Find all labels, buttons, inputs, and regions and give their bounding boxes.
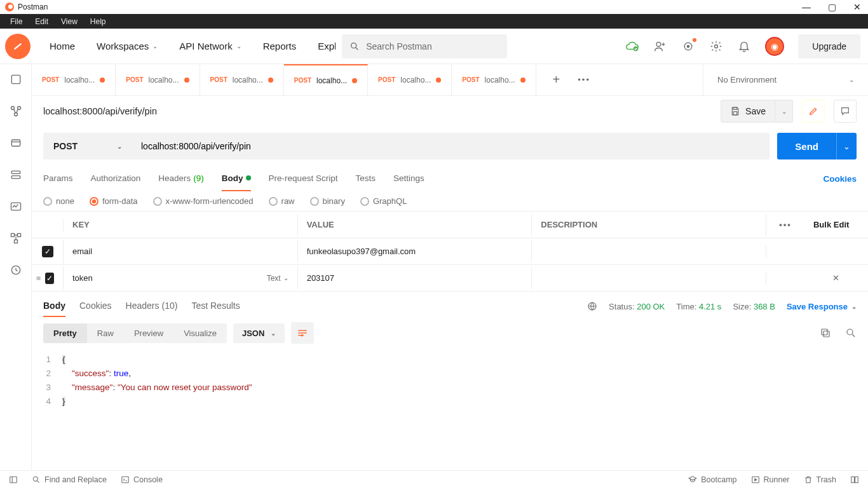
- desc-input[interactable]: [532, 272, 766, 285]
- nav-api-network[interactable]: API Network⌄: [172, 41, 248, 51]
- cookies-link[interactable]: Cookies: [823, 174, 857, 184]
- col-options-button[interactable]: •••: [766, 214, 804, 236]
- history-icon[interactable]: [10, 264, 22, 276]
- kv-row-0[interactable]: ✓ email funkeolasupo397@gmail.com: [32, 238, 868, 265]
- trash-button[interactable]: Trash: [804, 475, 837, 484]
- url-input[interactable]: [132, 133, 770, 159]
- desc-input[interactable]: [532, 245, 766, 258]
- checkbox-icon[interactable]: ✓: [42, 246, 53, 257]
- flows-icon[interactable]: [10, 232, 22, 245]
- send-button[interactable]: Send: [777, 133, 836, 159]
- bulk-edit-button[interactable]: Bulk Edit: [804, 214, 868, 236]
- body-type-none[interactable]: none: [43, 196, 74, 206]
- new-tab-button[interactable]: +: [553, 72, 560, 87]
- tab-authorization[interactable]: Authorization: [91, 166, 141, 191]
- value-input[interactable]: funkeolasupo397@gmail.com: [298, 240, 532, 262]
- two-pane-button[interactable]: [850, 475, 859, 484]
- environment-selector[interactable]: No Environment ⌄: [703, 64, 868, 95]
- postman-logo[interactable]: [5, 34, 31, 59]
- upgrade-button[interactable]: Upgrade: [798, 34, 860, 58]
- tab-1[interactable]: POSTlocalho...: [116, 64, 200, 95]
- body-type-binary[interactable]: binary: [310, 196, 345, 206]
- nav-reports[interactable]: Reports: [255, 41, 304, 51]
- modified-dot-icon: [184, 78, 189, 83]
- nav-home[interactable]: Home: [42, 41, 83, 51]
- mock-servers-icon[interactable]: [10, 168, 22, 181]
- sidebar-toggle-button[interactable]: [9, 475, 18, 484]
- body-type-raw[interactable]: raw: [269, 196, 295, 206]
- resp-tab-body[interactable]: Body: [43, 295, 65, 317]
- view-raw[interactable]: Raw: [87, 323, 124, 343]
- drag-handle-icon[interactable]: [36, 274, 41, 282]
- view-preview[interactable]: Preview: [124, 323, 173, 343]
- environments-icon[interactable]: [10, 137, 22, 149]
- collections-icon[interactable]: [10, 73, 22, 86]
- edit-button[interactable]: [802, 100, 825, 123]
- settings-icon[interactable]: [709, 39, 723, 53]
- key-input[interactable]: token: [72, 273, 93, 283]
- apis-icon[interactable]: [10, 105, 22, 118]
- body-type-xwww[interactable]: x-www-form-urlencoded: [153, 196, 254, 206]
- type-select[interactable]: Text ⌄: [267, 274, 288, 283]
- body-type-formdata[interactable]: form-data: [90, 196, 138, 206]
- save-dropdown-button[interactable]: ⌄: [775, 100, 793, 123]
- tab-4[interactable]: POSTlocalho...: [368, 64, 452, 95]
- bootcamp-button[interactable]: Bootcamp: [688, 475, 736, 484]
- globe-icon[interactable]: [587, 301, 597, 311]
- find-replace-button[interactable]: Find and Replace: [32, 475, 107, 484]
- tab-settings[interactable]: Settings: [393, 166, 424, 191]
- tab-2[interactable]: POSTlocalho...: [200, 64, 284, 95]
- comment-button[interactable]: [834, 100, 857, 123]
- monitors-icon[interactable]: [10, 200, 22, 213]
- menu-file[interactable]: File: [4, 17, 29, 26]
- tab-params[interactable]: Params: [43, 166, 73, 191]
- send-dropdown-button[interactable]: ⌄: [836, 133, 857, 159]
- tab-body[interactable]: Body: [222, 166, 251, 191]
- tab-0[interactable]: POSTlocalho...: [32, 64, 116, 95]
- request-name[interactable]: localhost:8000/api/verify/pin: [43, 106, 157, 116]
- checkbox-icon[interactable]: ✓: [45, 273, 54, 284]
- resp-tab-cookies[interactable]: Cookies: [79, 295, 112, 317]
- response-tabs: Body Cookies Headers (10) Test Results S…: [32, 292, 868, 317]
- view-pretty[interactable]: Pretty: [43, 323, 87, 343]
- window-minimize-button[interactable]: —: [801, 2, 812, 12]
- notifications-icon[interactable]: [737, 39, 751, 53]
- method-select[interactable]: POST⌄: [43, 133, 132, 159]
- format-select[interactable]: JSON⌄: [233, 323, 285, 343]
- menu-help[interactable]: Help: [84, 17, 112, 26]
- nav-explore[interactable]: Explo: [310, 41, 336, 51]
- copy-icon[interactable]: [820, 327, 831, 339]
- tab-prerequest[interactable]: Pre-request Script: [269, 166, 338, 191]
- user-avatar[interactable]: ◉: [765, 37, 784, 56]
- tab-3[interactable]: POSTlocalho...: [284, 64, 368, 95]
- invite-icon[interactable]: [653, 39, 667, 53]
- nav-workspaces[interactable]: Workspaces⌄: [89, 41, 165, 51]
- window-maximize-button[interactable]: ▢: [826, 2, 837, 12]
- response-body[interactable]: 1{ 2 "success": true, 3 "message": "You …: [32, 349, 868, 420]
- save-icon: [730, 106, 740, 116]
- resp-tab-headers[interactable]: Headers (10): [126, 295, 178, 317]
- wrap-lines-button[interactable]: [291, 322, 314, 344]
- value-input[interactable]: 203107: [298, 267, 532, 289]
- menu-edit[interactable]: Edit: [29, 17, 55, 26]
- window-close-button[interactable]: ✕: [851, 2, 863, 12]
- tab-5[interactable]: POSTlocalho...: [452, 64, 536, 95]
- kv-row-1[interactable]: ✓ tokenText ⌄ 203107 ✕: [32, 265, 868, 292]
- search-input[interactable]: Search Postman: [342, 34, 507, 58]
- tab-tests[interactable]: Tests: [355, 166, 376, 191]
- save-response-button[interactable]: Save Response⌄: [787, 302, 857, 311]
- menu-view[interactable]: View: [55, 17, 84, 26]
- sync-icon[interactable]: [625, 39, 639, 53]
- view-visualize[interactable]: Visualize: [173, 323, 227, 343]
- console-button[interactable]: Console: [121, 475, 163, 484]
- tab-headers[interactable]: Headers (9): [158, 166, 204, 191]
- resp-tab-tests[interactable]: Test Results: [191, 295, 240, 317]
- tab-options-button[interactable]: •••: [578, 75, 590, 85]
- save-button[interactable]: Save: [721, 100, 775, 123]
- runner-button[interactable]: Runner: [751, 475, 790, 484]
- search-response-icon[interactable]: [845, 327, 857, 339]
- delete-row-button[interactable]: ✕: [804, 267, 868, 289]
- capture-icon[interactable]: [681, 39, 695, 53]
- body-type-graphql[interactable]: GraphQL: [360, 196, 407, 206]
- key-input[interactable]: email: [72, 247, 92, 256]
